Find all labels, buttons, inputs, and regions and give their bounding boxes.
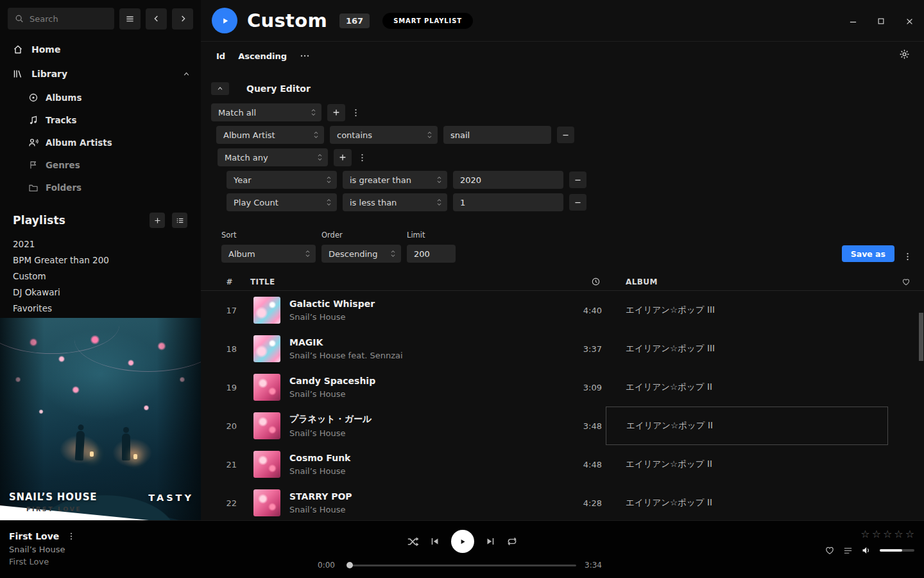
add-rule-button[interactable] xyxy=(327,104,345,121)
folder-icon xyxy=(28,182,38,193)
order-select[interactable]: Descending xyxy=(321,245,401,263)
seek-slider[interactable] xyxy=(348,565,576,566)
rule-field-select[interactable]: Play Count xyxy=(227,193,337,211)
rule-operator-select[interactable]: contains xyxy=(330,126,438,144)
star-icon[interactable]: ☆ xyxy=(883,529,892,539)
column-favorite[interactable] xyxy=(888,277,924,286)
maximize-button[interactable] xyxy=(875,15,887,27)
sidebar-item-library[interactable]: Library xyxy=(0,62,201,86)
playlist-item[interactable]: Favorites xyxy=(13,300,201,316)
menu-button[interactable] xyxy=(119,8,141,30)
search-input[interactable] xyxy=(30,14,107,24)
dots-vertical-icon xyxy=(903,252,912,261)
match-all-row: Match all xyxy=(211,103,924,121)
scrollbar-thumb[interactable] xyxy=(919,313,923,361)
collapse-query-editor-button[interactable] xyxy=(211,82,229,95)
sort-field-label[interactable]: Id xyxy=(216,51,225,61)
save-menu-button[interactable] xyxy=(903,252,912,261)
rule-field-select[interactable]: Album Artist xyxy=(216,126,324,144)
album-art-thumbnail xyxy=(253,297,280,324)
now-playing-artist[interactable]: Snail’s House xyxy=(9,545,76,554)
rule-operator-select[interactable]: is greater than xyxy=(343,171,447,189)
chevron-up-icon[interactable] xyxy=(182,70,191,78)
player-right-controls: ☆ ☆ ☆ ☆ ☆ xyxy=(825,529,914,556)
select-arrows-icon xyxy=(326,198,332,207)
star-icon[interactable]: ☆ xyxy=(905,529,914,539)
sidebar-item-album-artists[interactable]: Album Artists xyxy=(0,131,201,153)
sort-order-label[interactable]: Ascending xyxy=(238,51,287,61)
select-arrows-icon xyxy=(305,249,311,258)
queue-icon xyxy=(843,546,853,556)
nav-forward-button[interactable] xyxy=(172,8,193,30)
favorite-button[interactable] xyxy=(825,545,835,556)
column-duration[interactable] xyxy=(535,277,606,286)
playlist-item[interactable]: Custom xyxy=(13,268,201,284)
shuffle-button[interactable] xyxy=(407,536,419,548)
playlist-item[interactable]: 2021 xyxy=(13,236,201,252)
now-playing-album[interactable]: First Love xyxy=(9,557,76,566)
sidebar-item-genres[interactable]: Genres xyxy=(0,153,201,176)
table-row[interactable]: 18 MAGIKSnail’s House feat. Sennzai 3:37… xyxy=(201,329,924,368)
add-playlist-button[interactable] xyxy=(150,213,165,228)
nav-back-button[interactable] xyxy=(146,8,167,30)
rule-menu-button[interactable] xyxy=(357,153,367,162)
volume-button[interactable] xyxy=(861,545,871,556)
playlist-list-button[interactable] xyxy=(172,213,187,228)
column-album[interactable]: ALBUM xyxy=(606,277,888,286)
minimize-button[interactable] xyxy=(847,15,859,27)
player-controls: 0:00 3:34 xyxy=(318,529,606,570)
add-rule-button[interactable] xyxy=(334,149,352,166)
select-arrows-icon xyxy=(436,198,442,207)
table-row[interactable]: 20 プラネット・ガールSnail’s House 3:48 エイリアン☆ポップ… xyxy=(201,407,924,445)
remove-rule-button[interactable] xyxy=(569,194,586,211)
settings-button[interactable] xyxy=(899,49,910,60)
save-as-button[interactable]: Save as xyxy=(842,245,894,262)
sidebar-item-tracks[interactable]: Tracks xyxy=(0,109,201,131)
sort-toolbar: Id Ascending xyxy=(201,42,924,70)
table-row[interactable]: 19 Candy SpaceshipSnail’s House 3:09 エイリ… xyxy=(201,368,924,407)
rule-operator-select[interactable]: is less than xyxy=(343,193,447,211)
sort-select[interactable]: Album xyxy=(221,245,316,263)
rule-value-input[interactable] xyxy=(453,171,563,189)
group-match-select[interactable]: Match any xyxy=(218,148,328,166)
column-title[interactable]: TITLE xyxy=(238,277,535,286)
remove-rule-button[interactable] xyxy=(569,171,586,188)
star-icon[interactable]: ☆ xyxy=(872,529,881,539)
column-index[interactable]: # xyxy=(201,277,238,286)
lantern xyxy=(133,454,137,459)
now-playing-menu-button[interactable] xyxy=(67,532,76,541)
query-rule-row: Album Artist contains xyxy=(216,126,924,144)
rule-value-input[interactable] xyxy=(443,126,551,144)
playlist-item[interactable]: DJ Okawari xyxy=(13,284,201,300)
table-row[interactable]: 21 Cosmo FunkSnail’s House 4:48 エイリアン☆ポッ… xyxy=(201,445,924,484)
play-playlist-button[interactable] xyxy=(212,8,237,33)
next-button[interactable] xyxy=(485,536,495,547)
sidebar-item-folders[interactable]: Folders xyxy=(0,176,201,198)
star-icon[interactable]: ☆ xyxy=(894,529,903,539)
sidebar-item-home[interactable]: Home xyxy=(0,37,201,62)
star-icon[interactable]: ☆ xyxy=(860,529,869,539)
seek-knob[interactable] xyxy=(346,562,353,568)
volume-slider[interactable] xyxy=(880,549,914,552)
more-options-button[interactable] xyxy=(300,51,310,61)
repeat-button[interactable] xyxy=(506,536,518,547)
table-row[interactable]: 17 Galactic WhisperSnail’s House 4:40 エイ… xyxy=(201,291,924,329)
previous-button[interactable] xyxy=(430,536,440,547)
sidebar-item-albums[interactable]: Albums xyxy=(0,86,201,109)
playlist-item[interactable]: BPM Greater than 200 xyxy=(13,252,201,268)
track-count-badge: 167 xyxy=(339,13,370,28)
play-pause-button[interactable] xyxy=(451,530,474,553)
remove-rule-button[interactable] xyxy=(557,127,574,143)
search-box[interactable] xyxy=(8,8,114,30)
track-title: Cosmo Funk xyxy=(289,453,535,463)
close-button[interactable] xyxy=(903,15,915,27)
root-match-select[interactable]: Match all xyxy=(211,103,321,121)
track-album-focused-cell[interactable]: エイリアン☆ポップ II xyxy=(606,407,888,445)
limit-input[interactable] xyxy=(407,245,456,263)
rule-value-input[interactable] xyxy=(453,193,563,211)
rule-field-select[interactable]: Year xyxy=(227,171,337,189)
queue-button[interactable] xyxy=(843,546,853,556)
table-row[interactable]: 22 STARRY POPSnail’s House 4:28 エイリアン☆ポッ… xyxy=(201,484,924,522)
rule-menu-button[interactable] xyxy=(351,108,361,118)
skip-back-icon xyxy=(430,536,440,547)
